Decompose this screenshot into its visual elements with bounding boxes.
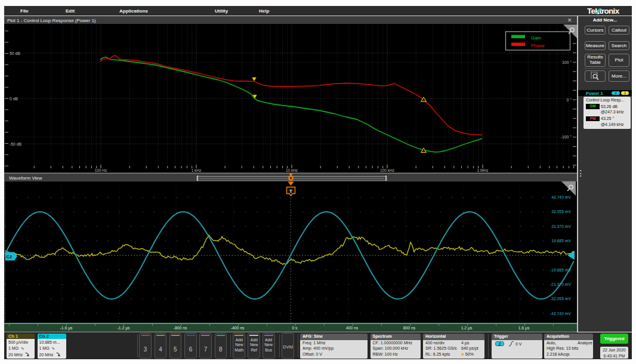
svg-text:10.685 mV: 10.685 mV <box>551 239 571 243</box>
svg-text:100 °: 100 ° <box>562 60 572 64</box>
svg-text:32.055 mV: 32.055 mV <box>551 209 571 214</box>
svg-text:10 kHz: 10 kHz <box>286 168 298 172</box>
svg-text:Phase: Phase <box>531 43 545 48</box>
svg-text:Gain: Gain <box>531 35 541 41</box>
svg-text:100 kHz: 100 kHz <box>380 168 394 172</box>
svg-text:0 dB: 0 dB <box>10 97 18 101</box>
svg-text:100 Hz: 100 Hz <box>95 168 107 172</box>
svg-text:1 kHz: 1 kHz <box>192 168 202 172</box>
svg-text:C2: C2 <box>7 254 13 260</box>
svg-text:-100 °: -100 ° <box>561 135 572 139</box>
svg-text:T: T <box>289 189 292 194</box>
svg-text:42.740 mV: 42.740 mV <box>551 195 571 199</box>
svg-text:21.370 mV: 21.370 mV <box>551 224 571 229</box>
svg-text:-50 dB: -50 dB <box>10 142 21 146</box>
svg-text:0 °: 0 ° <box>567 98 572 102</box>
svg-text:-32.055 mV: -32.055 mV <box>550 297 572 301</box>
svg-text:Waveform View: Waveform View <box>9 175 42 181</box>
svg-text:50 dB: 50 dB <box>10 51 20 55</box>
svg-text:1 MHz: 1 MHz <box>477 168 489 172</box>
svg-text:-42.740 mV: -42.740 mV <box>550 311 572 316</box>
